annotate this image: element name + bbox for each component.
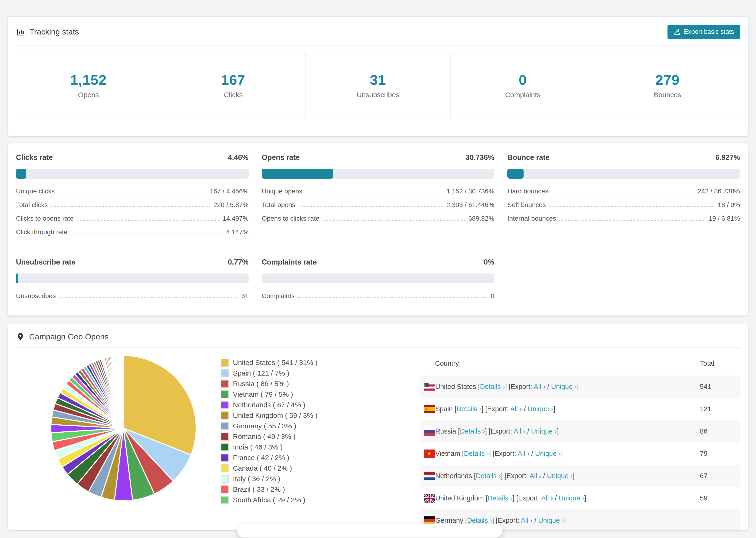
export-unique-link[interactable]: Unique › — [559, 494, 584, 502]
legend-swatch — [221, 443, 229, 451]
export-all-link[interactable]: All › — [534, 383, 545, 390]
export-all-link[interactable]: All › — [541, 494, 553, 502]
dotted-leader — [559, 220, 705, 221]
total-column-header: Total — [700, 360, 714, 367]
rate-value: 4.46% — [228, 153, 249, 162]
details-link[interactable]: Details › — [480, 383, 505, 390]
total-cell: 541 — [700, 383, 711, 391]
legend-item: Romania ( 49 / 3% ) — [221, 433, 317, 441]
rate-panel-header: Opens rate30.736% — [262, 153, 495, 162]
rate-panel: Bounce rate6.927%Hard bounces242 / 86.73… — [507, 153, 740, 242]
details-link[interactable]: Details › — [457, 405, 481, 413]
rate-row-label: Hard bounces — [507, 188, 548, 195]
details-link[interactable]: Details › — [464, 450, 489, 457]
export-unique-link[interactable]: Unique › — [531, 427, 557, 435]
header-divider — [16, 45, 740, 45]
dotted-leader — [549, 206, 715, 207]
geo-table-header: Country Total — [420, 351, 740, 376]
legend-label: Italy ( 36 / 2% ) — [233, 475, 280, 483]
table-row: United Kingdom [Details ›] [Export: All … — [420, 487, 740, 510]
progress-bar-fill — [262, 169, 333, 179]
progress-bar-track — [262, 273, 495, 283]
legend-item: Brazil ( 33 / 2% ) — [221, 485, 317, 493]
rate-row-value: 18 / 0% — [718, 201, 740, 209]
country-cell: Russia [Details ›] [Export: All › / Uniq… — [435, 427, 559, 435]
table-row: United States [Details ›] [Export: All ›… — [420, 376, 740, 398]
legend-label: Romania ( 49 / 3% ) — [233, 433, 296, 441]
legend-swatch — [221, 369, 229, 377]
rate-panel-header: Bounce rate6.927% — [507, 153, 740, 162]
export-all-link[interactable]: All › — [521, 517, 532, 524]
rate-detail-row: Total clicks220 / 5.87% — [16, 201, 249, 209]
progress-bar-fill — [16, 273, 18, 283]
legend-swatch — [221, 433, 229, 441]
legend-item: South Africa ( 29 / 2% ) — [221, 496, 317, 504]
legend-item: United Kingdom ( 59 / 3% ) — [221, 411, 317, 419]
geo-table-rows: United States [Details ›] [Export: All ›… — [420, 376, 740, 530]
legend-swatch — [221, 390, 229, 398]
rate-panel: Complaints rate0%Complaints0 — [262, 258, 495, 305]
progress-bar-fill — [16, 169, 26, 179]
legend-label: Germany ( 55 / 3% ) — [233, 422, 296, 430]
table-row: Netherlands [Details ›] [Export: All › /… — [420, 465, 740, 487]
total-cell: 121 — [700, 405, 711, 413]
export-all-link[interactable]: All › — [518, 450, 529, 457]
tracking-stats-card: Tracking stats Export basic stats 1,152O… — [8, 17, 748, 136]
export-all-link[interactable]: All › — [514, 427, 525, 435]
rate-detail-rows: Unique opens1,152 / 30.736%Total opens2,… — [262, 187, 495, 222]
rate-panel-header: Clicks rate4.46% — [16, 153, 249, 162]
export-all-link[interactable]: All › — [510, 405, 522, 413]
rate-row-value: 0 — [491, 292, 495, 300]
rate-row-label: Soft bounces — [507, 201, 546, 209]
rate-row-value: 1,152 / 30.736% — [446, 188, 494, 195]
campaign-geo-opens-card: Campaign Geo Opens United States ( 541 /… — [8, 324, 748, 530]
rate-row-value: 19 / 6.81% — [709, 215, 740, 222]
details-link[interactable]: Details › — [460, 427, 485, 435]
details-link[interactable]: Details › — [476, 472, 501, 480]
horizontal-scrollbar-thumb[interactable] — [237, 524, 503, 538]
legend-item: Netherlands ( 67 / 4% ) — [221, 401, 317, 409]
total-cell: 67 — [700, 472, 707, 480]
rate-detail-row: Internal bounces19 / 6.81% — [507, 214, 740, 222]
details-link[interactable]: Details › — [487, 494, 512, 502]
rate-row-label: Unique opens — [262, 188, 302, 195]
legend-swatch — [221, 454, 229, 462]
pie-slice — [123, 355, 124, 428]
stat-card: 0Complaints — [451, 53, 595, 118]
export-unique-link[interactable]: Unique › — [538, 517, 564, 524]
legend-label: Netherlands ( 67 / 4% ) — [233, 401, 305, 409]
dotted-leader — [323, 220, 465, 221]
rate-row-label: Unsubscribes — [16, 292, 56, 300]
country-cell: United Kingdom [Details ›] [Export: All … — [435, 494, 586, 502]
export-all-link[interactable]: All › — [529, 472, 541, 480]
tracking-stats-header: Tracking stats Export basic stats — [8, 17, 748, 45]
stat-label: Clicks — [224, 91, 243, 99]
rate-detail-row: Complaints0 — [262, 292, 495, 300]
export-unique-link[interactable]: Unique › — [535, 450, 561, 457]
export-unique-link[interactable]: Unique › — [551, 383, 577, 390]
page-title: Tracking stats — [29, 27, 79, 36]
bar-chart-icon — [16, 27, 26, 37]
pie-legend: United States ( 541 / 31% )Spain ( 121 /… — [221, 359, 317, 507]
stat-value: 167 — [221, 72, 245, 88]
rate-panel-header: Complaints rate0% — [262, 258, 495, 266]
details-link[interactable]: Details › — [467, 517, 492, 524]
rate-row-value: 167 / 4.456% — [210, 188, 249, 195]
rate-detail-row: Hard bounces242 / 86.738% — [507, 187, 740, 195]
export-unique-link[interactable]: Unique › — [527, 405, 553, 413]
rate-detail-row: Unique clicks167 / 4.456% — [16, 187, 249, 195]
legend-label: South Africa ( 29 / 2% ) — [233, 496, 305, 504]
table-row: Spain [Details ›] [Export: All › / Uniqu… — [420, 398, 740, 420]
legend-swatch — [221, 401, 229, 409]
legend-swatch — [221, 422, 229, 430]
export-unique-link[interactable]: Unique › — [547, 472, 573, 480]
rate-value: 0% — [484, 258, 495, 266]
nl-flag-icon — [424, 472, 435, 480]
vn-flag-icon — [424, 450, 435, 458]
rate-row-value: 31 — [242, 292, 249, 300]
progress-bar-fill — [507, 169, 523, 179]
export-basic-stats-button[interactable]: Export basic stats — [668, 25, 740, 39]
country-cell: Spain [Details ›] [Export: All › / Uniqu… — [435, 405, 555, 413]
stat-label: Complaints — [505, 91, 540, 99]
progress-bar-track — [16, 273, 249, 283]
